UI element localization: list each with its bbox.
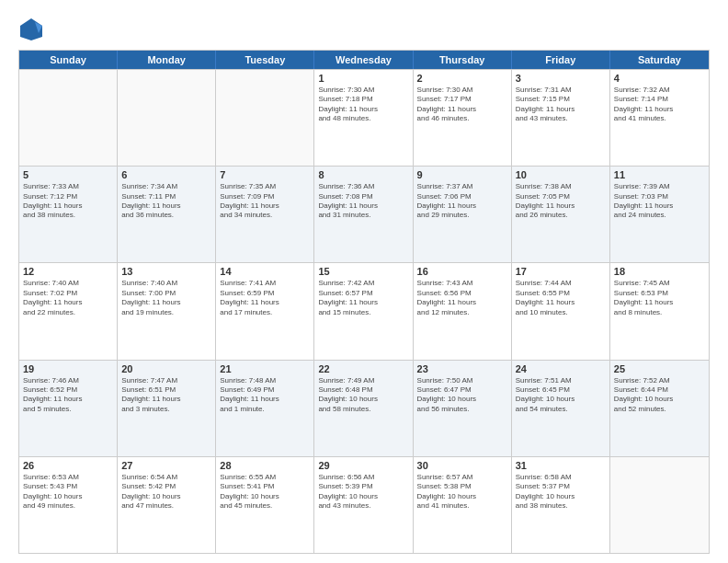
day-cell-16: 16Sunrise: 7:43 AM Sunset: 6:56 PM Dayli… <box>414 263 512 359</box>
day-number: 7 <box>220 169 310 180</box>
day-info: Sunrise: 7:37 AM Sunset: 7:06 PM Dayligh… <box>417 182 507 221</box>
day-cell-6: 6Sunrise: 7:34 AM Sunset: 7:11 PM Daylig… <box>118 167 216 262</box>
day-number: 6 <box>121 169 211 180</box>
day-number: 1 <box>318 73 408 84</box>
day-cell-17: 17Sunrise: 7:44 AM Sunset: 6:55 PM Dayli… <box>512 263 610 359</box>
logo-icon <box>18 17 44 42</box>
weekday-header-friday: Friday <box>512 51 610 69</box>
calendar: SundayMondayTuesdayWednesdayThursdayFrid… <box>18 50 710 554</box>
day-info: Sunrise: 7:41 AM Sunset: 6:59 PM Dayligh… <box>220 279 310 317</box>
calendar-row-4: 26Sunrise: 6:53 AM Sunset: 5:43 PM Dayli… <box>19 456 709 553</box>
day-cell-26: 26Sunrise: 6:53 AM Sunset: 5:43 PM Dayli… <box>19 457 118 553</box>
day-cell-8: 8Sunrise: 7:36 AM Sunset: 7:08 PM Daylig… <box>314 167 413 262</box>
day-number: 12 <box>23 266 113 277</box>
day-cell-10: 10Sunrise: 7:38 AM Sunset: 7:05 PM Dayli… <box>512 167 610 262</box>
day-cell-29: 29Sunrise: 6:56 AM Sunset: 5:39 PM Dayli… <box>314 457 413 553</box>
day-info: Sunrise: 6:56 AM Sunset: 5:39 PM Dayligh… <box>318 473 408 511</box>
day-info: Sunrise: 7:51 AM Sunset: 6:45 PM Dayligh… <box>516 376 606 415</box>
day-cell-28: 28Sunrise: 6:55 AM Sunset: 5:41 PM Dayli… <box>216 457 314 553</box>
day-info: Sunrise: 7:31 AM Sunset: 7:15 PM Dayligh… <box>516 86 606 124</box>
day-info: Sunrise: 7:52 AM Sunset: 6:44 PM Dayligh… <box>614 376 705 415</box>
day-cell-15: 15Sunrise: 7:42 AM Sunset: 6:57 PM Dayli… <box>314 263 413 359</box>
day-number: 17 <box>516 266 606 277</box>
day-number: 24 <box>516 363 606 374</box>
day-cell-18: 18Sunrise: 7:45 AM Sunset: 6:53 PM Dayli… <box>610 263 709 359</box>
day-info: Sunrise: 7:49 AM Sunset: 6:48 PM Dayligh… <box>318 376 408 415</box>
day-number: 29 <box>318 460 408 471</box>
day-info: Sunrise: 7:44 AM Sunset: 6:55 PM Dayligh… <box>516 279 606 317</box>
weekday-header-thursday: Thursday <box>414 51 512 69</box>
day-info: Sunrise: 7:43 AM Sunset: 6:56 PM Dayligh… <box>417 279 507 317</box>
weekday-header-monday: Monday <box>118 51 216 69</box>
empty-cell-0-2 <box>216 70 314 166</box>
empty-cell-0-0 <box>19 70 118 166</box>
day-info: Sunrise: 7:42 AM Sunset: 6:57 PM Dayligh… <box>318 279 408 317</box>
day-number: 4 <box>614 73 705 84</box>
calendar-row-3: 19Sunrise: 7:46 AM Sunset: 6:52 PM Dayli… <box>19 360 709 456</box>
day-number: 3 <box>516 73 606 84</box>
day-info: Sunrise: 6:54 AM Sunset: 5:42 PM Dayligh… <box>121 473 211 511</box>
header <box>18 17 710 42</box>
day-cell-9: 9Sunrise: 7:37 AM Sunset: 7:06 PM Daylig… <box>414 167 512 262</box>
day-number: 23 <box>417 363 507 374</box>
day-number: 16 <box>417 266 507 277</box>
calendar-body: 1Sunrise: 7:30 AM Sunset: 7:18 PM Daylig… <box>19 69 709 553</box>
day-cell-19: 19Sunrise: 7:46 AM Sunset: 6:52 PM Dayli… <box>19 361 118 456</box>
weekday-header-tuesday: Tuesday <box>216 51 314 69</box>
day-info: Sunrise: 7:48 AM Sunset: 6:49 PM Dayligh… <box>220 376 310 415</box>
day-number: 30 <box>417 460 507 471</box>
empty-cell-4-6 <box>610 457 709 553</box>
day-number: 15 <box>318 266 408 277</box>
day-cell-23: 23Sunrise: 7:50 AM Sunset: 6:47 PM Dayli… <box>414 361 512 456</box>
weekday-header-sunday: Sunday <box>19 51 118 69</box>
day-number: 21 <box>220 363 310 374</box>
day-number: 9 <box>417 169 507 180</box>
calendar-header: SundayMondayTuesdayWednesdayThursdayFrid… <box>19 51 709 69</box>
day-number: 20 <box>121 363 211 374</box>
day-number: 26 <box>23 460 113 471</box>
day-info: Sunrise: 7:50 AM Sunset: 6:47 PM Dayligh… <box>417 376 507 415</box>
day-info: Sunrise: 7:39 AM Sunset: 7:03 PM Dayligh… <box>614 182 705 221</box>
day-cell-5: 5Sunrise: 7:33 AM Sunset: 7:12 PM Daylig… <box>19 167 118 262</box>
day-cell-13: 13Sunrise: 7:40 AM Sunset: 7:00 PM Dayli… <box>118 263 216 359</box>
day-cell-24: 24Sunrise: 7:51 AM Sunset: 6:45 PM Dayli… <box>512 361 610 456</box>
weekday-header-saturday: Saturday <box>610 51 709 69</box>
day-cell-7: 7Sunrise: 7:35 AM Sunset: 7:09 PM Daylig… <box>216 167 314 262</box>
day-number: 8 <box>318 169 408 180</box>
day-number: 13 <box>121 266 211 277</box>
day-cell-3: 3Sunrise: 7:31 AM Sunset: 7:15 PM Daylig… <box>512 70 610 166</box>
day-cell-22: 22Sunrise: 7:49 AM Sunset: 6:48 PM Dayli… <box>314 361 413 456</box>
day-info: Sunrise: 7:36 AM Sunset: 7:08 PM Dayligh… <box>318 182 408 221</box>
day-info: Sunrise: 7:47 AM Sunset: 6:51 PM Dayligh… <box>121 376 211 415</box>
day-cell-12: 12Sunrise: 7:40 AM Sunset: 7:02 PM Dayli… <box>19 263 118 359</box>
day-number: 14 <box>220 266 310 277</box>
day-info: Sunrise: 7:33 AM Sunset: 7:12 PM Dayligh… <box>23 182 113 221</box>
day-cell-11: 11Sunrise: 7:39 AM Sunset: 7:03 PM Dayli… <box>610 167 709 262</box>
day-info: Sunrise: 7:40 AM Sunset: 7:00 PM Dayligh… <box>121 279 211 317</box>
calendar-row-2: 12Sunrise: 7:40 AM Sunset: 7:02 PM Dayli… <box>19 262 709 359</box>
day-info: Sunrise: 6:55 AM Sunset: 5:41 PM Dayligh… <box>220 473 310 511</box>
day-cell-1: 1Sunrise: 7:30 AM Sunset: 7:18 PM Daylig… <box>314 70 413 166</box>
day-info: Sunrise: 7:30 AM Sunset: 7:18 PM Dayligh… <box>318 86 408 124</box>
page: SundayMondayTuesdayWednesdayThursdayFrid… <box>0 0 728 563</box>
day-number: 18 <box>614 266 705 277</box>
calendar-row-0: 1Sunrise: 7:30 AM Sunset: 7:18 PM Daylig… <box>19 69 709 166</box>
day-cell-21: 21Sunrise: 7:48 AM Sunset: 6:49 PM Dayli… <box>216 361 314 456</box>
day-number: 31 <box>516 460 606 471</box>
empty-cell-0-1 <box>118 70 216 166</box>
day-cell-20: 20Sunrise: 7:47 AM Sunset: 6:51 PM Dayli… <box>118 361 216 456</box>
day-cell-14: 14Sunrise: 7:41 AM Sunset: 6:59 PM Dayli… <box>216 263 314 359</box>
logo <box>18 17 48 42</box>
day-number: 19 <box>23 363 113 374</box>
day-info: Sunrise: 7:40 AM Sunset: 7:02 PM Dayligh… <box>23 279 113 317</box>
day-number: 5 <box>23 169 113 180</box>
day-cell-2: 2Sunrise: 7:30 AM Sunset: 7:17 PM Daylig… <box>414 70 512 166</box>
day-number: 27 <box>121 460 211 471</box>
weekday-header-wednesday: Wednesday <box>314 51 413 69</box>
day-number: 22 <box>318 363 408 374</box>
day-info: Sunrise: 7:46 AM Sunset: 6:52 PM Dayligh… <box>23 376 113 415</box>
day-info: Sunrise: 7:35 AM Sunset: 7:09 PM Dayligh… <box>220 182 310 221</box>
day-number: 2 <box>417 73 507 84</box>
day-number: 11 <box>614 169 705 180</box>
day-info: Sunrise: 6:57 AM Sunset: 5:38 PM Dayligh… <box>417 473 507 511</box>
